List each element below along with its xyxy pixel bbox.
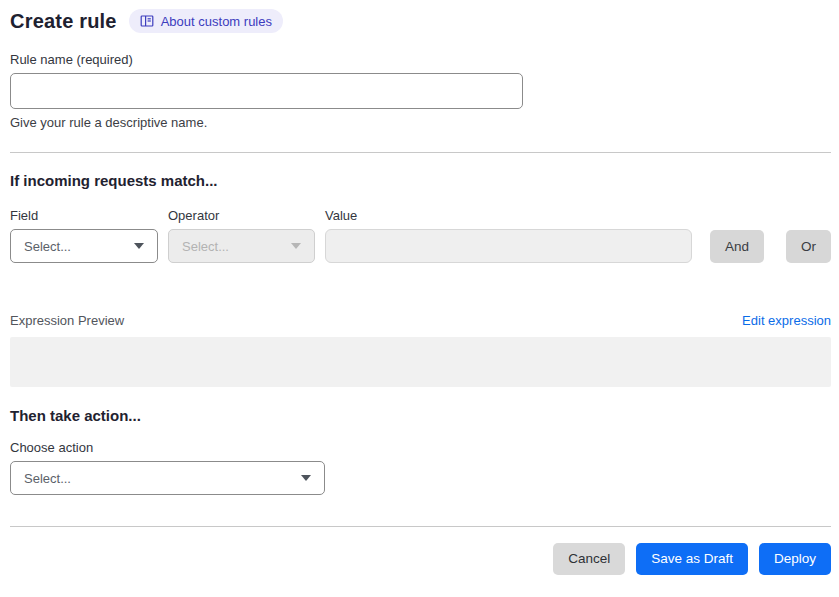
expression-preview-label: Expression Preview [10,313,124,328]
choose-action-group: Choose action Select... [10,440,831,495]
or-button[interactable]: Or [786,230,831,263]
operator-column: Operator Select... [168,208,315,263]
divider [10,526,831,527]
rule-name-group: Rule name (required) Give your rule a de… [10,52,831,130]
operator-select: Select... [168,229,315,263]
match-section-heading: If incoming requests match... [10,172,831,189]
match-condition-row: Field Select... Operator Select... Value… [10,208,831,263]
about-badge-label: About custom rules [161,15,272,28]
operator-label: Operator [168,208,315,223]
expression-preview-box [10,337,831,387]
operator-select-value: Select... [182,239,229,254]
choose-action-select[interactable]: Select... [10,461,325,495]
footer-actions: Cancel Save as Draft Deploy [10,543,831,575]
field-label: Field [10,208,158,223]
divider [10,152,831,153]
value-column: Value [325,208,692,263]
value-label: Value [325,208,692,223]
save-as-draft-button[interactable]: Save as Draft [636,543,748,575]
field-select-value: Select... [24,239,71,254]
rule-name-helper: Give your rule a descriptive name. [10,115,831,130]
choose-action-select-value: Select... [24,471,71,486]
about-custom-rules-badge[interactable]: About custom rules [129,9,283,33]
chevron-down-icon [134,243,144,249]
rule-name-label: Rule name (required) [10,52,831,67]
rule-name-input[interactable] [10,73,523,109]
chevron-down-icon [291,243,301,249]
choose-action-label: Choose action [10,440,831,455]
field-select[interactable]: Select... [10,229,158,263]
field-column: Field Select... [10,208,158,263]
edit-expression-link[interactable]: Edit expression [742,313,831,328]
book-icon [140,14,154,28]
cancel-button[interactable]: Cancel [553,543,625,575]
value-input [325,229,692,263]
action-section-heading: Then take action... [10,407,831,424]
and-button[interactable]: And [710,230,764,263]
page-title: Create rule [10,10,117,33]
chevron-down-icon [301,475,311,481]
page-header: Create rule About custom rules [10,9,831,33]
deploy-button[interactable]: Deploy [759,543,831,575]
expression-preview-header: Expression Preview Edit expression [10,313,831,328]
